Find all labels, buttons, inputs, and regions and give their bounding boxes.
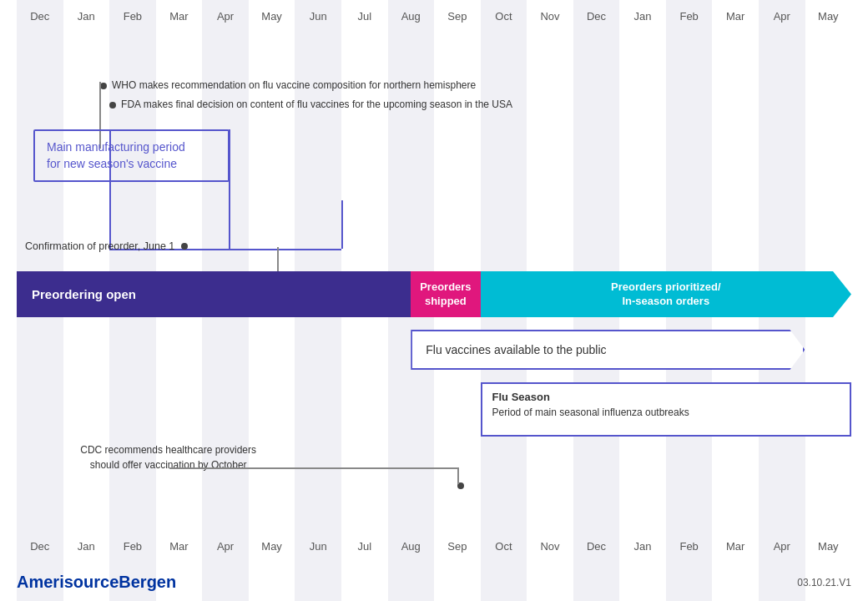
bottom-months-row: Dec Jan Feb Mar Apr May Jun Jul Aug Sep …	[0, 530, 868, 563]
bot-month-1: Jan	[63, 530, 110, 563]
preorder-confirm-dot	[181, 243, 188, 250]
confirm-vline	[277, 247, 279, 272]
bot-month-10: Oct	[481, 530, 527, 563]
mfg-vline-right	[229, 129, 230, 250]
bot-month-6: Jun	[295, 530, 341, 563]
bot-month-12: Dec	[573, 530, 620, 563]
who-annotation: WHO makes recommendation on flu vaccine …	[100, 79, 476, 91]
flu-season-subtitle: Period of main seasonal influenza outbre…	[492, 407, 840, 418]
brand-name: AmerisourceBergen	[17, 573, 176, 592]
manufacturing-box: Main manufacturing periodfor new season'…	[33, 129, 230, 182]
bot-month-17: May	[805, 530, 852, 563]
bot-month-11: Nov	[527, 530, 573, 563]
chart-container: Dec Jan Feb Mar Apr May Jun Jul Aug Sep …	[0, 0, 868, 601]
bot-month-14: Feb	[666, 530, 713, 563]
bot-month-16: Apr	[759, 530, 805, 563]
version-text: 03.10.21.V1	[797, 577, 851, 588]
shipped-bar: Preorders shipped	[411, 271, 480, 317]
prioritized-label: Preorders prioritized/ In-season orders	[611, 280, 720, 309]
shipped-label: Preorders shipped	[420, 280, 471, 309]
bot-month-8: Aug	[388, 530, 435, 563]
content-area: WHO makes recommendation on flu vaccine …	[17, 33, 851, 530]
preordering-label: Preordering open	[32, 287, 136, 301]
top-month-14: Feb	[666, 0, 713, 33]
top-month-11: Nov	[527, 0, 573, 33]
top-month-17: May	[805, 0, 852, 33]
mfg-vline-right2	[341, 200, 343, 249]
flu-vaccines-text: Flu vaccines available to the public	[426, 343, 606, 356]
bot-month-3: Mar	[156, 530, 203, 563]
bot-month-13: Jan	[619, 530, 666, 563]
footer: AmerisourceBergen 03.10.21.V1	[17, 563, 851, 601]
who-text: WHO makes recommendation on flu vaccine …	[112, 79, 476, 91]
preorder-confirm-text: Confirmation of preorder, June 1	[25, 240, 174, 252]
top-month-4: Apr	[202, 0, 249, 33]
mfg-vline-left	[109, 129, 111, 249]
top-month-16: Apr	[759, 0, 805, 33]
manufacturing-text: Main manufacturing periodfor new season'…	[47, 139, 216, 172]
flu-season-box: Flu Season Period of main seasonal influ…	[481, 382, 851, 437]
bot-month-0: Dec	[17, 530, 63, 563]
flu-vaccines-box: Flu vaccines available to the public	[411, 330, 805, 370]
cdc-hline	[169, 467, 457, 469]
bot-month-7: Jul	[341, 530, 388, 563]
top-month-2: Feb	[109, 0, 156, 33]
bot-month-5: May	[249, 530, 295, 563]
prioritized-bar: Preorders prioritized/ In-season orders	[481, 271, 851, 317]
fda-annotation: FDA makes final decision on content of f…	[109, 98, 512, 110]
bot-month-9: Sep	[434, 530, 481, 563]
top-month-6: Jun	[295, 0, 341, 33]
top-month-8: Aug	[388, 0, 435, 33]
preordering-bar: Preordering open	[17, 271, 411, 317]
top-month-13: Jan	[619, 0, 666, 33]
top-month-10: Oct	[481, 0, 527, 33]
flu-season-title: Flu Season	[492, 391, 840, 403]
top-months-row: Dec Jan Feb Mar Apr May Jun Jul Aug Sep …	[0, 0, 868, 33]
top-month-5: May	[249, 0, 295, 33]
top-month-3: Mar	[156, 0, 203, 33]
top-month-12: Dec	[573, 0, 620, 33]
bot-month-4: Apr	[202, 530, 249, 563]
top-month-9: Sep	[434, 0, 481, 33]
who-dot	[100, 83, 107, 89]
cdc-vline	[457, 467, 459, 484]
fda-dot	[109, 102, 116, 109]
fda-text: FDA makes final decision on content of f…	[121, 98, 512, 110]
bot-month-15: Mar	[712, 530, 759, 563]
bot-month-2: Feb	[109, 530, 156, 563]
top-month-1: Jan	[63, 0, 110, 33]
preorder-confirm-annotation: Confirmation of preorder, June 1	[25, 240, 188, 252]
top-month-7: Jul	[341, 0, 388, 33]
top-month-0: Dec	[17, 0, 63, 33]
top-month-15: Mar	[712, 0, 759, 33]
